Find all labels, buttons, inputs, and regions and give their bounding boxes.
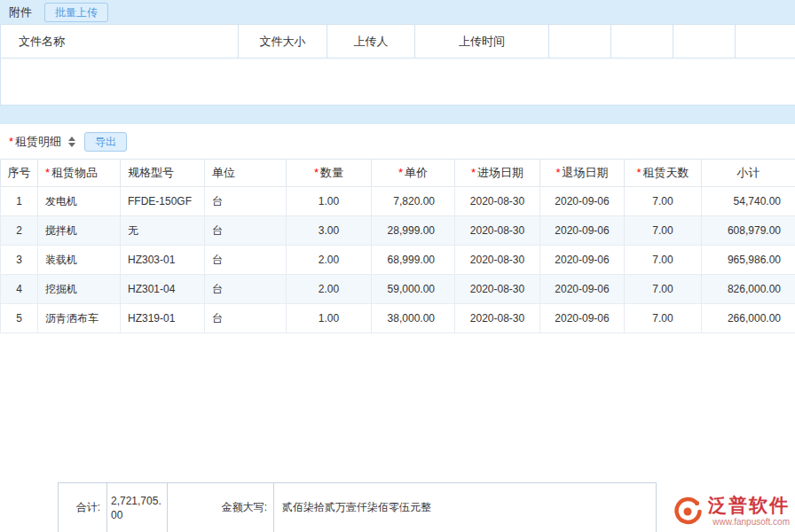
rental-table-cell: 1 [1, 187, 38, 216]
rental-table-cell: 38,000.00 [372, 304, 455, 333]
rental-table-cell: 1.00 [287, 304, 372, 333]
rental-table-cell: 台 [205, 246, 287, 275]
rental-section-title-text: 租赁明细 [15, 135, 61, 148]
required-asterisk: * [398, 166, 403, 179]
batch-upload-button[interactable]: 批量上传 [44, 3, 108, 22]
rental-table-cell: 3.00 [287, 216, 372, 246]
rental-table-cell: 2 [1, 216, 38, 246]
attachment-column-header [549, 25, 611, 59]
attachment-table-empty-row [1, 59, 795, 106]
brand-logo: 泛普软件 www.fanpusoft.com [672, 495, 790, 528]
attachment-column-header [736, 25, 795, 59]
rental-table-row[interactable]: 5沥青洒布车HZ319-01台1.0038,000.002020-08-3020… [1, 304, 795, 333]
rental-table-cell: 台 [205, 304, 287, 333]
rental-table-body: 1发电机FFDE-150GF台1.007,820.002020-08-30202… [1, 187, 795, 333]
rental-table-cell: 7.00 [625, 246, 702, 275]
attachment-column-header: 上传人 [327, 25, 415, 59]
export-button[interactable]: 导出 [84, 132, 127, 152]
rental-column-header: 小计 [702, 160, 795, 187]
rental-table-cell: 装载机 [38, 246, 121, 275]
rental-table-cell: 28,999.00 [372, 216, 455, 246]
rental-table-row[interactable]: 2搅拌机无台3.0028,999.002020-08-302020-09-067… [1, 216, 795, 246]
rental-table: 序号*租赁物品规格型号单位*数量*单价*进场日期*退场日期*租赁天数小计 1发电… [0, 159, 795, 333]
rental-table-row[interactable]: 1发电机FFDE-150GF台1.007,820.002020-08-30202… [1, 187, 795, 216]
rental-table-cell: 台 [205, 187, 287, 216]
required-asterisk: * [636, 166, 641, 179]
rental-table-cell: 沥青洒布车 [38, 304, 121, 333]
rental-table-cell: 搅拌机 [38, 216, 121, 246]
rental-table-cell: 4 [1, 275, 38, 304]
brand-name: 泛普软件 [708, 495, 790, 516]
attachment-tabs-row: 附件 批量上传 [0, 0, 795, 24]
page: { "attachments": { "tab_label": "附件", "b… [0, 0, 795, 532]
rental-table-cell: 2020-08-30 [455, 275, 540, 304]
rental-column-header: 规格型号 [121, 160, 205, 187]
rental-table-row[interactable]: 4挖掘机HZ301-04台2.0059,000.002020-08-302020… [1, 275, 795, 304]
rental-table-cell: 2020-08-30 [455, 246, 540, 275]
rental-table-cell: 2020-09-06 [540, 304, 625, 333]
rental-table-cell: 965,986.00 [702, 246, 795, 275]
rental-column-header: 单位 [205, 160, 287, 187]
rental-table-cell: 3 [1, 246, 38, 275]
attachment-column-header: 上传时间 [415, 25, 549, 59]
rental-table-cell: 54,740.00 [702, 187, 795, 216]
rental-column-header: *单价 [372, 160, 455, 187]
rental-table-cell: 2020-08-30 [455, 304, 540, 333]
rental-table-cell: 台 [205, 216, 287, 246]
rental-table-cell: 5 [1, 304, 38, 333]
rental-section-title: *租赁明细 [9, 134, 61, 150]
rental-table-cell: 发电机 [38, 187, 121, 216]
rental-table-cell: 68,999.00 [372, 246, 455, 275]
rental-table-cell: 1.00 [287, 187, 372, 216]
fanpu-logo-icon [672, 496, 704, 528]
rental-details-panel: *租赁明细 导出 序号*租赁物品规格型号单位*数量*单价*进场日期*退场日期*租… [0, 124, 795, 532]
rental-table-cell: FFDE-150GF [121, 187, 205, 216]
required-asterisk: * [555, 166, 560, 179]
rental-table-cell: 7.00 [625, 216, 702, 246]
attachment-column-header: 文件大小 [239, 25, 327, 59]
rental-table-cell: 2020-09-06 [540, 187, 625, 216]
sort-spinner-icon[interactable] [68, 137, 75, 147]
rental-toolbar: *租赁明细 导出 [0, 124, 795, 159]
rental-column-header: *退场日期 [540, 160, 625, 187]
rental-table-cell: 608,979.00 [702, 216, 795, 246]
required-asterisk: * [314, 166, 319, 179]
amount-words-value: 贰佰柒拾贰万壹仟柒佰零伍元整 [274, 483, 656, 532]
rental-table-cell: HZ301-04 [121, 275, 205, 304]
required-asterisk: * [9, 135, 13, 148]
required-asterisk: * [471, 166, 476, 179]
rental-column-header: *进场日期 [455, 160, 540, 187]
rental-column-header: *租赁天数 [625, 160, 702, 187]
rental-table-cell: 挖掘机 [38, 275, 121, 304]
attachment-column-header: 文件名称 [1, 25, 239, 59]
sort-up-icon[interactable] [68, 137, 75, 141]
rental-table-cell: 2.00 [287, 275, 372, 304]
rental-table-cell: 2020-08-30 [455, 216, 540, 246]
rental-table-cell: 2020-09-06 [540, 275, 625, 304]
rental-table-cell: HZ319-01 [121, 304, 205, 333]
rental-table-cell: 2020-08-30 [455, 187, 540, 216]
attachment-column-header [673, 25, 736, 59]
amount-words-label: 金额大写: [168, 483, 274, 532]
brand-url: www.fanpusoft.com [712, 516, 790, 528]
rental-table-cell: 2020-09-06 [540, 246, 625, 275]
rental-table-cell: 台 [205, 275, 287, 304]
tab-attachments[interactable]: 附件 [9, 4, 32, 20]
summary-bar: 合计: 2,721,705.00 金额大写: 贰佰柒拾贰万壹仟柒佰零伍元整 [58, 482, 657, 532]
rental-table-cell: 266,000.00 [702, 304, 795, 333]
rental-column-header: *租赁物品 [38, 160, 121, 187]
rental-table-cell: 无 [121, 216, 205, 246]
rental-header-row: 序号*租赁物品规格型号单位*数量*单价*进场日期*退场日期*租赁天数小计 [1, 160, 795, 187]
rental-table-cell: 2.00 [287, 246, 372, 275]
attachment-column-header [611, 25, 673, 59]
required-asterisk: * [45, 166, 50, 179]
rental-table-cell: 59,000.00 [372, 275, 455, 304]
sort-down-icon[interactable] [68, 143, 75, 147]
rental-table-cell: 2020-09-06 [540, 216, 625, 246]
total-label: 合计: [59, 483, 107, 532]
rental-table-cell: 826,000.00 [702, 275, 795, 304]
rental-table-cell: 7.00 [625, 187, 702, 216]
rental-table-row[interactable]: 3装载机HZ303-01台2.0068,999.002020-08-302020… [1, 246, 795, 275]
rental-table-cell: 7.00 [625, 275, 702, 304]
rental-table-cell: HZ303-01 [121, 246, 205, 275]
